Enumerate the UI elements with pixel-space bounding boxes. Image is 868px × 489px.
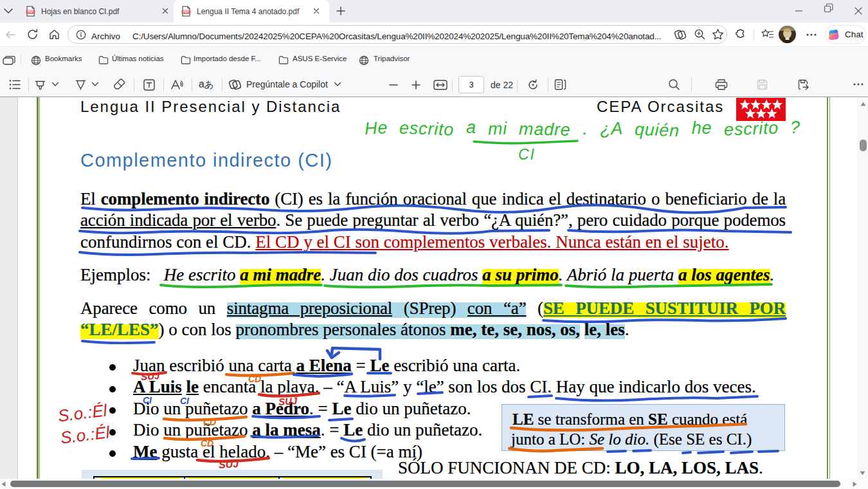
svg-text:PDF: PDF: [28, 10, 33, 14]
svg-text:PDF: PDF: [183, 10, 189, 14]
